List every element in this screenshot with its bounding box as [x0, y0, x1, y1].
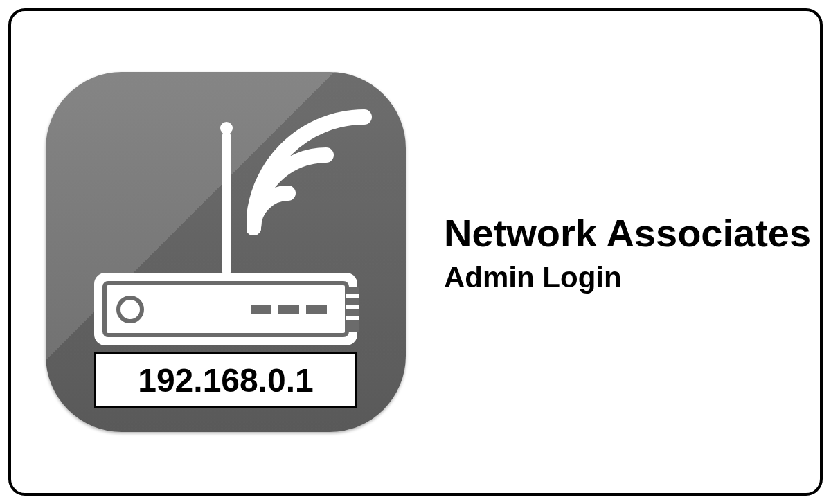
ip-address-label: 192.168.0.1 [94, 352, 357, 408]
router-knob-icon [116, 296, 144, 323]
page-subtitle: Admin Login [444, 261, 811, 294]
antenna-tip-icon [220, 122, 233, 134]
router-icon [94, 273, 357, 345]
router-vent-icon [346, 287, 359, 332]
router-ports-icon [251, 305, 327, 314]
page-title: Network Associates [444, 210, 811, 255]
wifi-signal-icon [247, 96, 385, 235]
text-block: Network Associates Admin Login [444, 210, 811, 294]
router-icon-tile: 192.168.0.1 [46, 72, 406, 432]
card-frame: 192.168.0.1 Network Associates Admin Log… [8, 8, 823, 496]
router-front-panel [102, 281, 349, 337]
antenna-icon [222, 131, 231, 276]
